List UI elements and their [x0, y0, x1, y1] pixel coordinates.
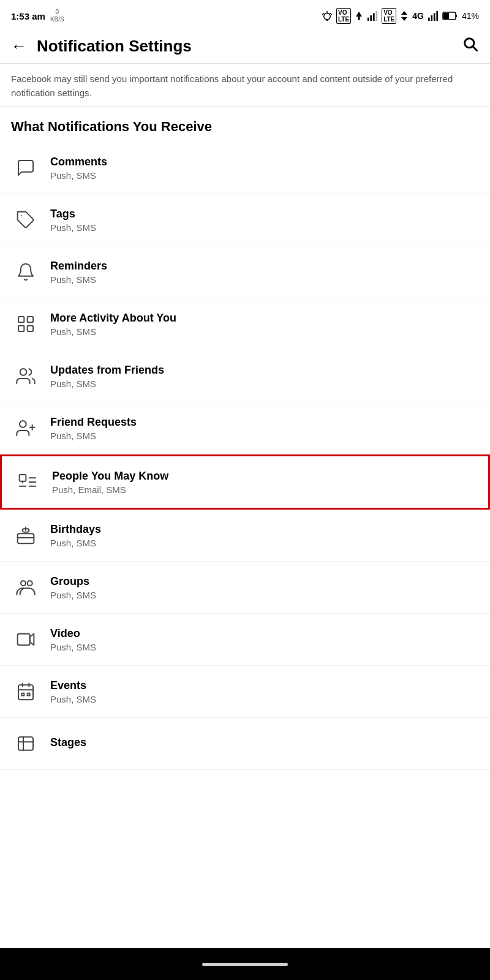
svg-rect-30 — [18, 634, 30, 646]
notif-text-more-activity: More Activity About You Push, SMS — [50, 312, 176, 337]
notif-text-events: Events Push, SMS — [50, 679, 96, 704]
svg-rect-37 — [28, 693, 30, 696]
notif-subtitle-updates-friends: Push, SMS — [50, 379, 164, 389]
notif-title-tags: Tags — [50, 208, 96, 221]
svg-rect-36 — [21, 693, 24, 696]
svg-rect-20 — [18, 326, 24, 331]
notif-item-birthdays[interactable]: Birthdays Push, SMS — [0, 510, 490, 562]
alarm-icon — [322, 10, 333, 21]
back-button[interactable]: ← — [11, 37, 27, 56]
notif-item-people-you-may-know[interactable]: People You May Know Push, Email, SMS — [0, 454, 490, 510]
svg-marker-8 — [401, 17, 407, 21]
bell-icon — [11, 257, 40, 287]
notif-title-stages: Stages — [50, 736, 86, 749]
signal-bars-icon — [367, 10, 378, 21]
tag-icon — [11, 205, 40, 235]
page-title: Notification Settings — [37, 37, 192, 56]
svg-rect-4 — [371, 15, 372, 21]
svg-rect-11 — [434, 13, 435, 21]
events-icon — [11, 677, 40, 706]
notif-item-reminders[interactable]: Reminders Push, SMS — [0, 246, 490, 298]
notif-title-friend-requests: Friend Requests — [50, 416, 137, 429]
svg-rect-2 — [358, 17, 360, 20]
notif-subtitle-events: Push, SMS — [50, 694, 96, 704]
svg-marker-7 — [401, 11, 407, 15]
notif-item-video[interactable]: Video Push, SMS — [0, 614, 490, 666]
notif-text-reminders: Reminders Push, SMS — [50, 260, 107, 285]
svg-line-16 — [473, 47, 477, 50]
notif-item-groups[interactable]: Groups Push, SMS — [0, 562, 490, 614]
svg-rect-26 — [20, 475, 26, 481]
notif-subtitle-friend-requests: Push, SMS — [50, 431, 137, 441]
svg-rect-12 — [436, 11, 438, 21]
notif-item-more-activity[interactable]: More Activity About You Push, SMS — [0, 298, 490, 350]
friends-icon — [11, 361, 40, 391]
svg-rect-38 — [18, 737, 33, 750]
signal-up-icon — [355, 10, 363, 21]
notif-title-more-activity: More Activity About You — [50, 312, 176, 325]
notif-subtitle-people-you-may-know: Push, Email, SMS — [52, 484, 168, 495]
svg-rect-21 — [28, 326, 33, 331]
friend-request-icon — [11, 413, 40, 443]
notif-subtitle-birthdays: Push, SMS — [50, 538, 101, 548]
people-know-icon — [13, 467, 42, 497]
notif-subtitle-groups: Push, SMS — [50, 590, 96, 600]
search-icon — [462, 36, 479, 53]
notif-title-birthdays: Birthdays — [50, 523, 101, 536]
notif-subtitle-more-activity: Push, SMS — [50, 326, 176, 337]
notif-text-birthdays: Birthdays Push, SMS — [50, 523, 101, 548]
notification-list: Comments Push, SMS Tags Push, SMS Remind… — [0, 142, 490, 770]
birthday-icon — [11, 521, 40, 550]
bottom-bar — [0, 948, 490, 980]
notif-title-comments: Comments — [50, 156, 107, 168]
4g-label: 4G — [412, 11, 424, 21]
status-kb: 0KB/S — [50, 9, 64, 23]
notif-item-updates-friends[interactable]: Updates from Friends Push, SMS — [0, 350, 490, 402]
notif-subtitle-video: Push, SMS — [50, 642, 96, 652]
svg-rect-3 — [368, 18, 369, 21]
stages-icon — [11, 729, 40, 758]
status-right: VOLTE VOLTE 4G — [322, 8, 479, 24]
volte-icon: VOLTE — [336, 8, 351, 24]
battery-percent: 41% — [462, 11, 479, 21]
top-nav: ← Notification Settings — [0, 29, 490, 64]
status-left: 1:53 am 0KB/S — [11, 9, 64, 23]
search-button[interactable] — [462, 36, 479, 57]
svg-point-22 — [20, 369, 27, 375]
svg-point-0 — [324, 13, 331, 20]
notif-item-friend-requests[interactable]: Friend Requests Push, SMS — [0, 402, 490, 454]
svg-rect-27 — [18, 533, 34, 543]
notif-item-stages[interactable]: Stages — [0, 718, 490, 770]
notif-text-updates-friends: Updates from Friends Push, SMS — [50, 364, 164, 389]
notif-text-video: Video Push, SMS — [50, 627, 96, 652]
data-arrows-icon — [400, 10, 409, 21]
notif-subtitle-reminders: Push, SMS — [50, 274, 107, 285]
notif-item-events[interactable]: Events Push, SMS — [0, 666, 490, 718]
notif-text-tags: Tags Push, SMS — [50, 208, 96, 233]
notif-text-comments: Comments Push, SMS — [50, 156, 107, 181]
notif-title-video: Video — [50, 627, 96, 640]
notif-title-updates-friends: Updates from Friends — [50, 364, 164, 377]
signal-bars2-icon — [428, 10, 439, 21]
notif-subtitle-comments: Push, SMS — [50, 170, 107, 181]
volte2-icon: VOLTE — [382, 8, 396, 24]
svg-point-28 — [21, 581, 26, 586]
notif-item-tags[interactable]: Tags Push, SMS — [0, 194, 490, 246]
notif-item-comments[interactable]: Comments Push, SMS — [0, 142, 490, 194]
svg-rect-32 — [18, 685, 33, 699]
status-bar: 1:53 am 0KB/S VOLTE VOLTE 4G — [0, 0, 490, 29]
notif-text-people-you-may-know: People You May Know Push, Email, SMS — [52, 470, 168, 495]
notif-title-reminders: Reminders — [50, 260, 107, 273]
status-time: 1:53 am — [11, 11, 45, 21]
activity-icon — [11, 309, 40, 339]
notif-title-groups: Groups — [50, 575, 96, 588]
svg-rect-5 — [373, 13, 375, 21]
nav-left: ← Notification Settings — [11, 37, 192, 56]
notif-text-groups: Groups Push, SMS — [50, 575, 96, 600]
notif-text-stages: Stages — [50, 736, 86, 751]
groups-icon — [11, 573, 40, 602]
subtitle-text: Facebook may still send you important no… — [0, 64, 490, 107]
section-header: What Notifications You Receive — [0, 107, 490, 142]
svg-marker-1 — [356, 12, 362, 17]
home-indicator — [202, 963, 288, 966]
